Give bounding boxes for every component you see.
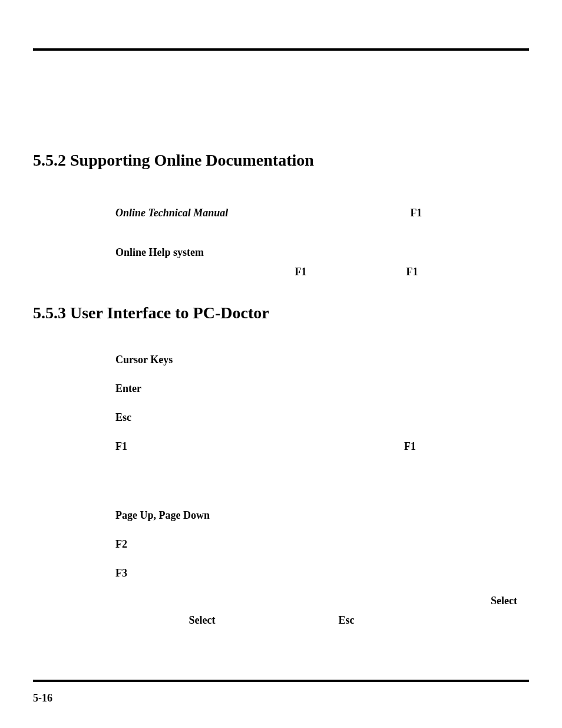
- term: Esc: [115, 410, 131, 426]
- bottom-rule: [33, 680, 529, 682]
- row-esc: Esc: [115, 410, 517, 426]
- row-f2: F2: [115, 536, 517, 552]
- row-page-up-down: Page Up, Page Down: [115, 508, 517, 523]
- row-f1: F1 F1: [115, 439, 517, 454]
- heading-5-5-3: 5.5.3 User Interface to PC-Doctor: [33, 304, 529, 322]
- top-rule: [33, 48, 529, 51]
- page-number: 5-16: [33, 692, 52, 704]
- term: Page Up, Page Down: [115, 508, 210, 523]
- row-f3: F3: [115, 565, 517, 581]
- select-left: Select: [189, 614, 216, 626]
- key-f1: F1: [404, 439, 416, 454]
- entry-title: Online Technical Manual: [115, 207, 228, 219]
- key-f1-b: F1: [406, 266, 418, 278]
- row-enter: Enter: [115, 381, 517, 397]
- row-cursor-keys: Cursor Keys: [115, 352, 517, 368]
- key-f1-a: F1: [295, 266, 307, 278]
- select-esc-line: Select Select Esc: [115, 593, 517, 628]
- term: F3: [115, 565, 127, 581]
- term: F1: [115, 439, 127, 454]
- page: 5.5.2 Supporting Online Documentation On…: [0, 0, 562, 728]
- select-right: Select: [491, 595, 517, 607]
- term: Cursor Keys: [115, 352, 173, 368]
- entry-online-technical-manual: Online Technical Manual F1: [115, 205, 517, 221]
- heading-5-5-2: 5.5.2 Supporting Online Documentation: [33, 151, 529, 170]
- term: Enter: [115, 381, 141, 397]
- key-f1: F1: [410, 207, 422, 219]
- entry-online-help-system: Online Help system F1 F1: [115, 245, 517, 280]
- key-list-2: Page Up, Page Down F2 F3: [115, 508, 517, 581]
- entry-title: Online Help system: [115, 246, 204, 258]
- key-list-1: Cursor Keys Enter Esc F1 F1: [115, 352, 517, 454]
- term: F2: [115, 536, 127, 552]
- esc-inline: Esc: [338, 614, 354, 626]
